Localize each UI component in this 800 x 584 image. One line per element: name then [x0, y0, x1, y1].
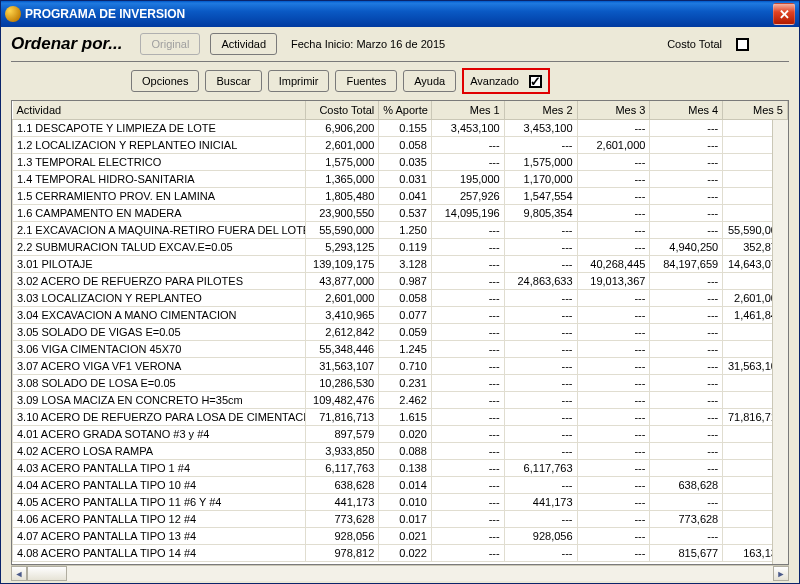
table-row[interactable]: 2.2 SUBMURACION TALUD EXCAV.E=0.055,293,… [13, 238, 788, 255]
value-cell: --- [504, 442, 577, 459]
ayuda-button[interactable]: Ayuda [403, 70, 456, 92]
value-cell: 815,677 [650, 544, 723, 561]
table-row[interactable]: 3.05 SOLADO DE VIGAS E=0.052,612,8420.05… [13, 323, 788, 340]
value-cell: 638,628 [650, 476, 723, 493]
column-header[interactable]: Mes 1 [431, 101, 504, 119]
value-cell: --- [577, 306, 650, 323]
costo-total-checkbox[interactable] [736, 38, 749, 51]
value-cell: 3.128 [379, 255, 432, 272]
divider [11, 61, 789, 62]
horizontal-scrollbar[interactable]: ◄ ► [11, 565, 789, 581]
value-cell: 43,877,000 [306, 272, 379, 289]
value-cell: --- [504, 544, 577, 561]
column-header[interactable]: Mes 2 [504, 101, 577, 119]
vertical-scrollbar[interactable] [772, 120, 788, 564]
value-cell: --- [504, 136, 577, 153]
close-button[interactable]: ✕ [773, 3, 795, 25]
value-cell: 84,197,659 [650, 255, 723, 272]
value-cell: 4,940,250 [650, 238, 723, 255]
table-row[interactable]: 3.06 VIGA CIMENTACION 45X7055,348,4461.2… [13, 340, 788, 357]
column-header[interactable]: Mes 4 [650, 101, 723, 119]
actividad-button[interactable]: Actividad [210, 33, 277, 55]
table-row[interactable]: 3.04 EXCAVACION A MANO CIMENTACION3,410,… [13, 306, 788, 323]
value-cell: 0.138 [379, 459, 432, 476]
table-row[interactable]: 4.01 ACERO GRADA SOTANO #3 y #4897,5790.… [13, 425, 788, 442]
table-row[interactable]: 4.02 ACERO LOSA RAMPA3,933,8500.088-----… [13, 442, 788, 459]
value-cell: 638,628 [306, 476, 379, 493]
value-cell: --- [431, 425, 504, 442]
column-header[interactable]: % Aporte [379, 101, 432, 119]
table-row[interactable]: 4.03 ACERO PANTALLA TIPO 1 #46,117,7630.… [13, 459, 788, 476]
value-cell: 0.058 [379, 136, 432, 153]
value-cell: 0.035 [379, 153, 432, 170]
table-row[interactable]: 1.3 TEMPORAL ELECTRICO1,575,0000.035---1… [13, 153, 788, 170]
data-table: ActividadCosto Total% AporteMes 1Mes 2Me… [12, 101, 788, 562]
table-row[interactable]: 1.4 TEMPORAL HIDRO-SANITARIA1,365,0000.0… [13, 170, 788, 187]
table-row[interactable]: 4.07 ACERO PANTALLA TIPO 13 #4928,0560.0… [13, 527, 788, 544]
data-table-container: ActividadCosto Total% AporteMes 1Mes 2Me… [11, 100, 789, 565]
activity-cell: 1.6 CAMPAMENTO EN MADERA [13, 204, 306, 221]
value-cell: --- [577, 425, 650, 442]
value-cell: 55,590,000 [306, 221, 379, 238]
value-cell: 2,601,000 [577, 136, 650, 153]
activity-cell: 1.4 TEMPORAL HIDRO-SANITARIA [13, 170, 306, 187]
value-cell: --- [504, 221, 577, 238]
buscar-button[interactable]: Buscar [205, 70, 261, 92]
table-row[interactable]: 1.5 CERRAMIENTO PROV. EN LAMINA1,805,480… [13, 187, 788, 204]
table-row[interactable]: 4.05 ACERO PANTALLA TIPO 11 #6 Y #4441,1… [13, 493, 788, 510]
value-cell: 6,906,200 [306, 119, 379, 136]
table-row[interactable]: 1.2 LOCALIZACION Y REPLANTEO INICIAL2,60… [13, 136, 788, 153]
avanzado-highlight: Avanzado [462, 68, 550, 94]
table-row[interactable]: 4.08 ACERO PANTALLA TIPO 14 #4978,8120.0… [13, 544, 788, 561]
scroll-right-arrow[interactable]: ► [773, 566, 789, 581]
fuentes-button[interactable]: Fuentes [335, 70, 397, 92]
scroll-left-arrow[interactable]: ◄ [11, 566, 27, 581]
value-cell: --- [577, 289, 650, 306]
column-header[interactable]: Costo Total [306, 101, 379, 119]
activity-cell: 2.1 EXCAVACION A MAQUINA-RETIRO FUERA DE… [13, 221, 306, 238]
value-cell: --- [504, 408, 577, 425]
table-header-row: ActividadCosto Total% AporteMes 1Mes 2Me… [13, 101, 788, 119]
table-row[interactable]: 3.07 ACERO VIGA VF1 VERONA31,563,1070.71… [13, 357, 788, 374]
value-cell: --- [431, 357, 504, 374]
value-cell: --- [504, 425, 577, 442]
activity-cell: 4.06 ACERO PANTALLA TIPO 12 #4 [13, 510, 306, 527]
column-header[interactable]: Mes 3 [577, 101, 650, 119]
table-row[interactable]: 3.10 ACERO DE REFUERZO PARA LOSA DE CIME… [13, 408, 788, 425]
title-bar[interactable]: PROGRAMA DE INVERSION ✕ [1, 1, 799, 27]
value-cell: 441,173 [504, 493, 577, 510]
activity-cell: 3.09 LOSA MACIZA EN CONCRETO H=35cm [13, 391, 306, 408]
table-row[interactable]: 1.6 CAMPAMENTO EN MADERA23,900,5500.5371… [13, 204, 788, 221]
column-header[interactable]: Mes 5 [723, 101, 788, 119]
value-cell: --- [431, 527, 504, 544]
table-row[interactable]: 4.04 ACERO PANTALLA TIPO 10 #4638,6280.0… [13, 476, 788, 493]
value-cell: --- [577, 544, 650, 561]
original-button[interactable]: Original [140, 33, 200, 55]
value-cell: 3,933,850 [306, 442, 379, 459]
table-row[interactable]: 3.03 LOCALIZACION Y REPLANTEO2,601,0000.… [13, 289, 788, 306]
column-header[interactable]: Actividad [13, 101, 306, 119]
table-row[interactable]: 4.06 ACERO PANTALLA TIPO 12 #4773,6280.0… [13, 510, 788, 527]
value-cell: 0.088 [379, 442, 432, 459]
value-cell: --- [577, 374, 650, 391]
table-row[interactable]: 3.01 PILOTAJE139,109,1753.128------40,26… [13, 255, 788, 272]
value-cell: 0.987 [379, 272, 432, 289]
value-cell: --- [577, 459, 650, 476]
value-cell: --- [650, 289, 723, 306]
imprimir-button[interactable]: Imprimir [268, 70, 330, 92]
value-cell: --- [650, 425, 723, 442]
table-row[interactable]: 3.08 SOLADO DE LOSA E=0.0510,286,5300.23… [13, 374, 788, 391]
scroll-track[interactable] [27, 566, 773, 581]
value-cell: 1.245 [379, 340, 432, 357]
value-cell: --- [577, 323, 650, 340]
table-row[interactable]: 2.1 EXCAVACION A MAQUINA-RETIRO FUERA DE… [13, 221, 788, 238]
value-cell: --- [504, 510, 577, 527]
scroll-thumb[interactable] [27, 566, 67, 581]
table-row[interactable]: 1.1 DESCAPOTE Y LIMPIEZA DE LOTE6,906,20… [13, 119, 788, 136]
value-cell: 6,117,763 [504, 459, 577, 476]
table-row[interactable]: 3.09 LOSA MACIZA EN CONCRETO H=35cm109,4… [13, 391, 788, 408]
opciones-button[interactable]: Opciones [131, 70, 199, 92]
table-row[interactable]: 3.02 ACERO DE REFUERZO PARA PILOTES43,87… [13, 272, 788, 289]
value-cell: --- [431, 238, 504, 255]
avanzado-checkbox[interactable] [529, 75, 542, 88]
